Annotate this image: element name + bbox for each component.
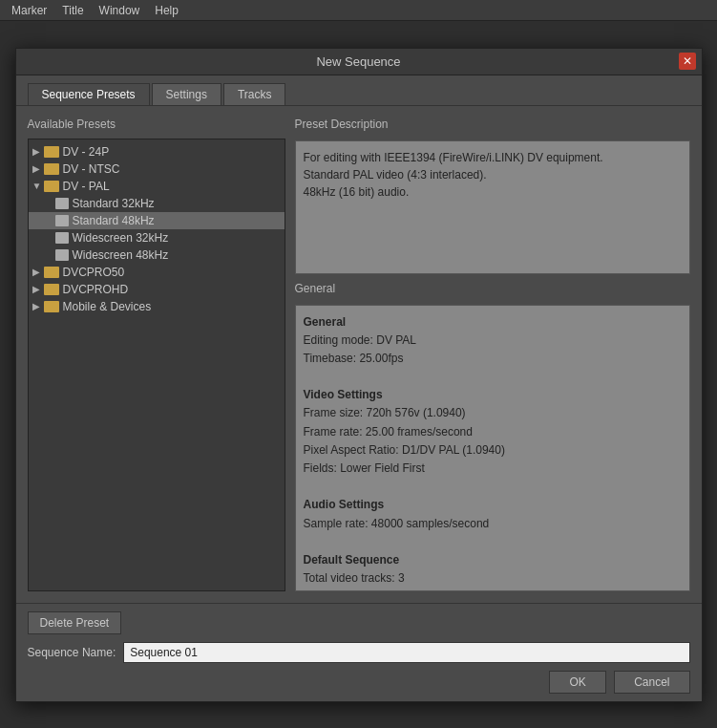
- menu-window[interactable]: Window: [92, 2, 148, 19]
- tabs-bar: Sequence Presets Settings Tracks: [16, 75, 702, 106]
- tree-arrow-dvpal: ▼: [32, 181, 44, 191]
- folder-icon-dvcpro50: [44, 267, 59, 278]
- dialog-overlay: New Sequence ✕ Sequence Presets Settings…: [0, 21, 717, 728]
- cancel-button[interactable]: Cancel: [614, 671, 689, 694]
- file-icon-std48: [55, 215, 69, 226]
- tree-item-dvpal[interactable]: ▼ DV - PAL: [29, 178, 285, 195]
- tree-label-wide32: Widescreen 32kHz: [73, 231, 169, 245]
- folder-icon-mobile: [44, 301, 59, 312]
- tab-tracks[interactable]: Tracks: [223, 83, 286, 105]
- tree-label-dvntsc: DV - NTSC: [63, 162, 120, 176]
- description-box: For editing with IEEE1394 (FireWire/i.LI…: [295, 140, 690, 274]
- tree-arrow-mobile: ▶: [32, 301, 44, 311]
- ok-button[interactable]: OK: [549, 671, 606, 694]
- general-box: General Editing mode: DV PAL Timebase: 2…: [295, 305, 690, 591]
- dialog-body: Available Presets ▶ DV - 24P ▶ DV - NTSC: [16, 106, 702, 603]
- file-icon-wide32: [55, 232, 69, 244]
- menu-title[interactable]: Title: [54, 2, 91, 19]
- tree-arrow-dv24p: ▶: [32, 146, 44, 157]
- tab-settings[interactable]: Settings: [152, 83, 221, 105]
- sequence-name-input[interactable]: [123, 642, 689, 663]
- tree-item-dvcprohd[interactable]: ▶ DVCPROHD: [29, 281, 285, 298]
- dialog-title: New Sequence: [316, 54, 400, 69]
- tree-label-std48: Standard 48kHz: [73, 214, 155, 227]
- tree-item-mobile[interactable]: ▶ Mobile & Devices: [29, 298, 285, 315]
- menu-help[interactable]: Help: [147, 2, 186, 19]
- menu-marker[interactable]: Marker: [4, 2, 54, 19]
- tree-item-std48[interactable]: Standard 48kHz: [29, 212, 285, 229]
- right-panel: Preset Description For editing with IEEE…: [295, 118, 690, 591]
- tree-item-dvcpro50[interactable]: ▶ DVCPRO50: [29, 264, 285, 281]
- delete-row: Delete Preset: [28, 611, 690, 634]
- tree-arrow-dvntsc: ▶: [32, 163, 44, 174]
- folder-icon-dvntsc: [44, 163, 59, 175]
- sequence-name-label: Sequence Name:: [28, 646, 116, 659]
- tree-item-dvntsc[interactable]: ▶ DV - NTSC: [29, 161, 285, 178]
- tree-arrow-dvcpro50: ▶: [32, 267, 44, 277]
- folder-icon-dv24p: [44, 146, 59, 158]
- name-row: Sequence Name:: [28, 642, 690, 663]
- dialog-footer: Delete Preset Sequence Name: OK Cancel: [16, 603, 702, 701]
- tree-item-dv24p[interactable]: ▶ DV - 24P: [29, 143, 285, 161]
- available-presets-label: Available Presets: [28, 118, 285, 131]
- tab-sequence-presets[interactable]: Sequence Presets: [28, 83, 150, 105]
- general-text: General Editing mode: DV PAL Timebase: 2…: [304, 313, 682, 591]
- tree-label-dvcprohd: DVCPROHD: [63, 283, 129, 296]
- tree-label-dv24p: DV - 24P: [63, 145, 110, 159]
- presets-tree[interactable]: ▶ DV - 24P ▶ DV - NTSC ▼ DV - PAL: [28, 139, 285, 591]
- menu-bar: Marker Title Window Help: [0, 0, 717, 21]
- file-icon-std32: [55, 198, 69, 209]
- folder-icon-dvcprohd: [44, 284, 59, 295]
- tree-item-std32[interactable]: Standard 32kHz: [29, 195, 285, 212]
- tree-label-std32: Standard 32kHz: [73, 197, 155, 210]
- tree-arrow-dvcprohd: ▶: [32, 284, 44, 294]
- delete-preset-button[interactable]: Delete Preset: [28, 611, 122, 634]
- dialog-close-button[interactable]: ✕: [679, 53, 696, 70]
- description-label: Preset Description: [295, 118, 690, 131]
- tree-label-dvcpro50: DVCPRO50: [63, 266, 125, 279]
- action-row: OK Cancel: [28, 671, 690, 694]
- left-panel: Available Presets ▶ DV - 24P ▶ DV - NTSC: [28, 118, 285, 591]
- file-icon-wide48: [55, 249, 69, 261]
- folder-icon-dvpal: [44, 181, 59, 192]
- new-sequence-dialog: New Sequence ✕ Sequence Presets Settings…: [15, 48, 703, 702]
- tree-label-mobile: Mobile & Devices: [63, 300, 152, 313]
- tree-item-wide32[interactable]: Widescreen 32kHz: [29, 229, 285, 246]
- description-text: For editing with IEEE1394 (FireWire/i.LI…: [304, 151, 603, 199]
- dialog-titlebar: New Sequence ✕: [16, 49, 702, 75]
- tree-item-wide48[interactable]: Widescreen 48kHz: [29, 246, 285, 264]
- tree-label-dvpal: DV - PAL: [63, 180, 110, 193]
- general-label: General: [295, 282, 690, 295]
- tree-label-wide48: Widescreen 48kHz: [73, 248, 169, 262]
